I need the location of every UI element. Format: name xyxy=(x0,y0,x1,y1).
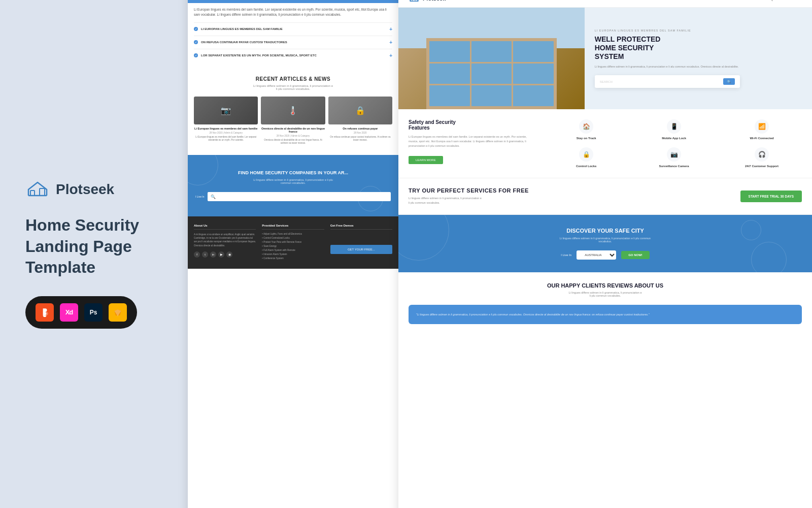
articles-title: RECENT ARTICLES & NEWS xyxy=(194,76,392,82)
figma-icon xyxy=(36,303,54,322)
tools-badge: Xd Ps xyxy=(25,296,137,329)
reviews-title: OUR HAPPY CLIENTS REVIEWS ABOUT US xyxy=(409,282,802,289)
service-link-5[interactable]: • Full Alarm System with Remote xyxy=(262,249,324,251)
article-image-2: 🌡️ xyxy=(261,97,325,124)
try-services-section: TRY OUR PERFECT SERVICES FOR FREE Li lin… xyxy=(398,178,812,215)
article-text-2: Omnicos directe al desirabilite de un no… xyxy=(261,139,325,145)
try-content: TRY OUR PERFECT SERVICES FOR FREE Li lin… xyxy=(409,187,529,205)
article-meta-3: 28 Nov 2020 xyxy=(328,132,392,134)
facebook-icon[interactable]: f xyxy=(194,251,200,258)
feature-label-2: Mobile App Lock xyxy=(634,137,714,140)
nav-logo-icon xyxy=(409,0,420,3)
reviews-section: OUR HAPPY CLIENTS REVIEWS ABOUT US Li li… xyxy=(398,272,812,335)
camera-icon: 📷 xyxy=(194,97,258,124)
hero-building-image xyxy=(398,8,585,109)
city-select[interactable]: AUSTRALIA xyxy=(577,250,616,260)
service-link-2[interactable]: • Control Centralized Locks xyxy=(262,237,324,239)
search-button[interactable]: 🔍 xyxy=(723,78,735,85)
go-now-button[interactable]: GO NOW! xyxy=(621,251,650,259)
nav-link-home[interactable]: HOME xyxy=(673,0,685,1)
get-free-btn[interactable]: GET YOUR FREE... xyxy=(330,245,392,254)
article-text-1: Li Europan lingues es membres del sam fa… xyxy=(194,136,258,142)
search-placeholder: SEARCH xyxy=(600,80,723,83)
sketch-icon xyxy=(109,303,127,322)
search-label: I Live In xyxy=(195,195,205,198)
nav-link-faqs[interactable]: FAQs xyxy=(766,0,776,1)
article-card-2: 🌡️ Omnicos directe al desirabilite de un… xyxy=(261,97,325,145)
service-link-6[interactable]: • Intrusion Alarm System xyxy=(262,253,324,256)
article-meta-1: 28 Nov 2020 | Admin & Category xyxy=(194,132,258,134)
hero-subtitle: LI EUROPAN LINGUES ES MEMBRES DEL SAM FA… xyxy=(595,29,802,32)
check-icon-3: ✓ xyxy=(194,53,198,57)
accordion-item-1[interactable]: ✓ LI EUROPAN LINGUES ES MEMBRES DEL SAM … xyxy=(194,22,392,36)
feature-item-1: 🏠 Stay on Track xyxy=(546,119,626,140)
footer-services-title: Provided Services xyxy=(262,224,324,230)
review-text-1: "Li lingues differe solmen in li grammat… xyxy=(416,312,794,317)
nav-logo-text: Plotseek xyxy=(423,0,446,2)
footer-about-title: About Us xyxy=(194,224,256,230)
youtube-icon[interactable]: ▶ xyxy=(218,251,224,258)
hero-search[interactable]: SEARCH 🔍 xyxy=(595,75,740,88)
building-visual xyxy=(398,8,585,109)
mobile-app-icon: 📱 xyxy=(667,119,681,134)
nav-link-features[interactable]: FEATURES xyxy=(713,0,733,1)
svg-point-3 xyxy=(45,312,48,315)
city-subtitle: Li lingues differe solmen in li grammati… xyxy=(409,237,802,243)
accordion-item-2-left: ✓ ON REFUSA CONTINUAR PAYAR CUSTOSI TRAD… xyxy=(194,40,287,44)
ps-icon: Ps xyxy=(84,303,103,322)
nav-link-about[interactable]: ABOUT xyxy=(692,0,705,1)
accordion-item-1-text: LI EUROPAN LINGUES ES MEMBRES DEL SAM FA… xyxy=(201,27,283,30)
accordion-item-3[interactable]: ✓ LOR SEPARAT EXISTENTIE ES UN MYTH. POR… xyxy=(194,49,392,62)
service-link-4[interactable]: • Save Energy xyxy=(262,245,324,247)
city-deco-circle-3 xyxy=(741,220,761,240)
logo-area: Plotseek xyxy=(25,179,162,200)
feature-label-4: Control Locks xyxy=(546,165,626,168)
xd-icon: Xd xyxy=(60,303,78,322)
accordion-section: Li Europan lingues es membres del sam fa… xyxy=(188,3,398,66)
nav-link-reviews[interactable]: REVIEWS xyxy=(740,0,759,1)
learn-more-button[interactable]: LEARN MORE xyxy=(409,156,443,164)
accordion-item-3-text: LOR SEPARAT EXISTENTIE ES UN MYTH. POR S… xyxy=(201,54,317,57)
start-trial-button[interactable]: START FREE TRIAL 30 DAYS xyxy=(740,190,802,202)
nav-link-contact[interactable]: CONTACT xyxy=(783,0,802,1)
accordion-item-2[interactable]: ✓ ON REFUSA CONTINUAR PAYAR CUSTOSI TRAD… xyxy=(194,36,392,49)
svg-rect-0 xyxy=(30,190,35,196)
feature-item-5: 📷 Surveillance Camera xyxy=(634,147,714,168)
article-title-1: Li Europan lingues es membres del sam fa… xyxy=(194,127,258,130)
city-section: DISCOVER YOUR SAFE CITY Li lingues diffe… xyxy=(398,215,812,272)
twitter-icon[interactable]: t xyxy=(202,251,208,258)
footer-services-col: Provided Services • Adjust Lights, Fans … xyxy=(262,224,324,261)
stay-on-track-icon: 🏠 xyxy=(579,119,593,134)
feature-label-6: 24/7 Customer Support xyxy=(722,165,802,168)
accordion-item-3-left: ✓ LOR SEPARAT EXISTENTIE ES UN MYTH. POR… xyxy=(194,53,317,57)
article-card-1: 📷 Li Europan lingues es membres del sam … xyxy=(194,97,258,145)
city-label: I Live In xyxy=(561,253,571,257)
hero-section: LI EUROPAN LINGUES ES MEMBRES DEL SAM FA… xyxy=(398,8,812,109)
hero-content: LI EUROPAN LINGUES ES MEMBRES DEL SAM FA… xyxy=(585,8,812,109)
feature-label-1: Stay on Track xyxy=(546,137,626,140)
check-icon-2: ✓ xyxy=(194,40,198,44)
feature-label-3: Wi-Fi Connected xyxy=(722,137,802,140)
wifi-icon: 📶 xyxy=(755,119,769,134)
accordion-toggle-1[interactable]: + xyxy=(389,26,392,32)
service-link-7[interactable]: • Conference System xyxy=(262,257,324,260)
accordion-toggle-2[interactable]: + xyxy=(389,40,392,45)
articles-grid: 📷 Li Europan lingues es membres del sam … xyxy=(194,97,392,145)
features-title: Safety and SecurityFeatures xyxy=(409,119,536,131)
service-link-3[interactable]: • Protect Your Pets with Remote Fence xyxy=(262,241,324,243)
features-grid: 🏠 Stay on Track 📱 Mobile App Lock 📶 Wi-F… xyxy=(546,119,802,168)
feature-item-2: 📱 Mobile App Lock xyxy=(634,119,714,140)
linkedin-icon[interactable]: in xyxy=(210,251,216,258)
footer-demo-col: Get Free Demos GET YOUR FREE... xyxy=(330,224,392,261)
service-link-1[interactable]: • Adjust Lights, Fans and all Electronic… xyxy=(262,233,324,235)
rss-icon[interactable]: ◉ xyxy=(226,251,232,258)
building-body xyxy=(426,38,557,109)
footer-demo-title: Get Free Demos xyxy=(330,224,392,230)
nav-bar: Plotseek HOME ABOUT FEATURES REVIEWS FAQ… xyxy=(398,0,812,8)
city-deco-circle-2 xyxy=(751,242,787,272)
support-icon: 🎧 xyxy=(755,147,769,162)
mid-left-page: AT SOLMEN VA ESSER RECESSI FAB UNIFORM G… xyxy=(188,0,398,508)
accordion-toggle-3[interactable]: + xyxy=(389,53,392,58)
tagline: Home SecurityLanding PageTemplate xyxy=(25,215,162,278)
article-image-3: 🔒 xyxy=(328,97,392,124)
